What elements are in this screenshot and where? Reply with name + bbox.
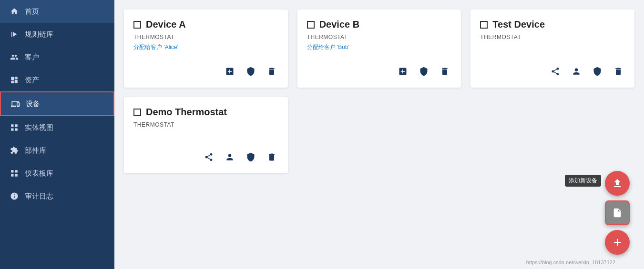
device-test-actions <box>480 59 625 78</box>
device-test-checkbox[interactable] <box>480 21 488 29</box>
customers-icon <box>10 52 19 62</box>
device-b-add-icon[interactable] <box>396 65 409 78</box>
device-a-checkbox[interactable] <box>133 21 141 29</box>
device-test-shield-icon[interactable] <box>591 65 604 78</box>
sidebar-item-audit[interactable]: 审计日志 <box>0 185 114 208</box>
fab-upload-tooltip: 添加新设备 <box>565 175 601 187</box>
device-a-type: THERMOSTAT <box>133 34 278 40</box>
device-card-b: Device B THERMOSTAT 分配给客户 'Bob' <box>297 10 461 88</box>
sidebar: 首页 规则链库 客户 资产 设备 实体视图 部件库 <box>0 0 114 269</box>
sidebar-item-components[interactable]: 部件库 <box>0 139 114 162</box>
sidebar-label-devices: 设备 <box>26 100 40 109</box>
sidebar-item-entity-view[interactable]: 实体视图 <box>0 116 114 139</box>
sidebar-item-customers[interactable]: 客户 <box>0 46 114 69</box>
sidebar-label-audit: 审计日志 <box>25 192 53 201</box>
device-card-a: Device A THERMOSTAT 分配给客户 'Alice' <box>124 10 288 88</box>
device-a-delete-icon[interactable] <box>265 65 278 78</box>
rules-icon <box>10 30 19 39</box>
device-card-test: Test Device THERMOSTAT <box>470 10 634 88</box>
device-test-header: Test Device <box>480 19 625 30</box>
sidebar-item-home[interactable]: 首页 <box>0 0 114 23</box>
dashboards-icon <box>10 169 19 178</box>
device-test-delete-icon[interactable] <box>612 65 625 78</box>
device-demo-actions <box>133 145 278 164</box>
device-card-demo: Demo Thermostat THERMOSTAT <box>124 97 288 173</box>
device-demo-checkbox[interactable] <box>133 109 141 116</box>
sidebar-item-dashboards[interactable]: 仪表板库 <box>0 162 114 185</box>
devices-icon <box>10 99 20 109</box>
device-b-header: Device B <box>307 19 452 30</box>
sidebar-item-assets[interactable]: 资产 <box>0 69 114 91</box>
device-b-name: Device B <box>319 19 360 30</box>
device-demo-share-icon[interactable] <box>202 150 215 164</box>
sidebar-label-home: 首页 <box>25 7 39 16</box>
device-demo-type: THERMOSTAT <box>133 121 278 128</box>
device-test-share-icon[interactable] <box>549 65 562 78</box>
sidebar-item-devices[interactable]: 设备 <box>0 91 114 116</box>
device-a-actions <box>133 59 278 78</box>
device-demo-name: Demo Thermostat <box>146 107 227 118</box>
sidebar-label-entity-view: 实体视图 <box>25 123 53 132</box>
assets-icon <box>10 75 19 85</box>
device-demo-shield-icon[interactable] <box>244 150 257 164</box>
fab-upload-wrapper: 添加新设备 <box>605 171 630 196</box>
device-a-add-icon[interactable] <box>223 65 236 78</box>
fab-plus-button[interactable] <box>605 230 630 255</box>
device-a-assign: 分配给客户 'Alice' <box>133 43 278 51</box>
main-content: Device A THERMOSTAT 分配给客户 'Alice' Device <box>114 0 644 269</box>
watermark: https://blog.csdn.net/weixin_18137122 <box>526 259 615 265</box>
sidebar-label-components: 部件库 <box>25 146 46 155</box>
device-b-type: THERMOSTAT <box>307 34 452 40</box>
device-b-checkbox[interactable] <box>307 21 315 29</box>
sidebar-label-dashboards: 仪表板库 <box>25 169 53 178</box>
device-demo-header: Demo Thermostat <box>133 107 278 118</box>
device-a-header: Device A <box>133 19 278 30</box>
sidebar-label-rules: 规则链库 <box>25 30 53 39</box>
home-icon <box>10 7 19 16</box>
device-b-actions <box>307 59 452 78</box>
fab-container: 添加新设备 <box>605 171 630 255</box>
device-test-person-icon[interactable] <box>570 65 583 78</box>
device-test-name: Test Device <box>492 19 545 30</box>
device-test-type: THERMOSTAT <box>480 34 625 40</box>
device-b-assign: 分配给客户 'Bob' <box>307 43 452 51</box>
sidebar-label-customers: 客户 <box>25 53 39 62</box>
device-a-name: Device A <box>146 19 186 30</box>
device-b-shield-icon[interactable] <box>417 65 430 78</box>
device-b-delete-icon[interactable] <box>438 65 451 78</box>
device-demo-person-icon[interactable] <box>223 150 236 164</box>
fab-doc-button[interactable] <box>605 200 630 225</box>
sidebar-label-assets: 资产 <box>25 76 39 85</box>
fab-upload-button[interactable] <box>605 171 630 196</box>
entity-view-icon <box>10 123 19 132</box>
sidebar-item-rules[interactable]: 规则链库 <box>0 23 114 46</box>
device-a-shield-icon[interactable] <box>244 65 257 78</box>
audit-icon <box>10 191 19 201</box>
components-icon <box>10 146 19 155</box>
device-grid: Device A THERMOSTAT 分配给客户 'Alice' Device <box>124 10 634 173</box>
device-demo-delete-icon[interactable] <box>265 150 278 164</box>
